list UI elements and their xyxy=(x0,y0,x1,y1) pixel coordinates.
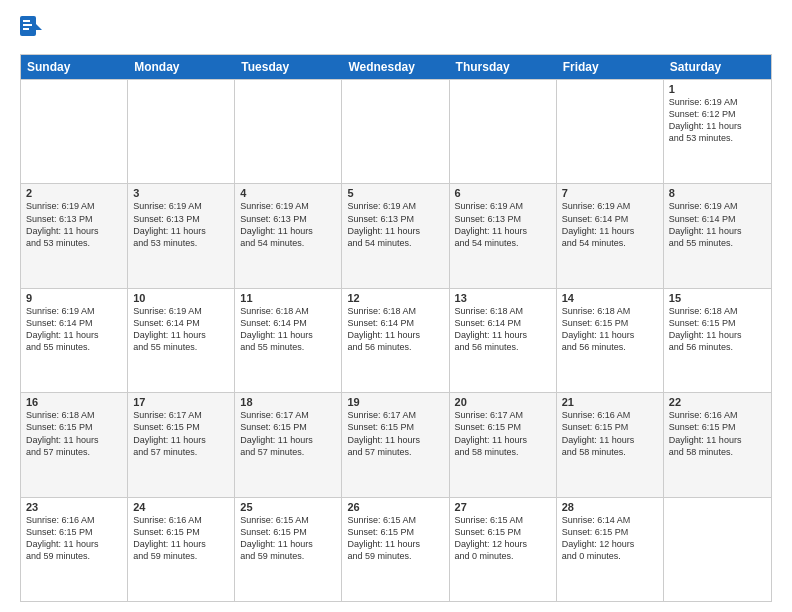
day-number: 11 xyxy=(240,292,336,304)
header-cell-wednesday: Wednesday xyxy=(342,55,449,79)
calendar-cell-r4-c1: 24Sunrise: 6:16 AM Sunset: 6:15 PM Dayli… xyxy=(128,498,235,601)
day-info: Sunrise: 6:19 AM Sunset: 6:14 PM Dayligh… xyxy=(669,200,766,249)
header-cell-sunday: Sunday xyxy=(21,55,128,79)
day-number: 12 xyxy=(347,292,443,304)
day-number: 1 xyxy=(669,83,766,95)
day-info: Sunrise: 6:19 AM Sunset: 6:13 PM Dayligh… xyxy=(455,200,551,249)
calendar-cell-r0-c1 xyxy=(128,80,235,183)
calendar-cell-r1-c5: 7Sunrise: 6:19 AM Sunset: 6:14 PM Daylig… xyxy=(557,184,664,287)
calendar-cell-r0-c4 xyxy=(450,80,557,183)
day-info: Sunrise: 6:18 AM Sunset: 6:14 PM Dayligh… xyxy=(455,305,551,354)
day-info: Sunrise: 6:16 AM Sunset: 6:15 PM Dayligh… xyxy=(133,514,229,563)
calendar-row-0: 1Sunrise: 6:19 AM Sunset: 6:12 PM Daylig… xyxy=(21,79,771,183)
header-cell-friday: Friday xyxy=(557,55,664,79)
logo xyxy=(20,16,42,46)
header xyxy=(20,16,772,46)
calendar-row-2: 9Sunrise: 6:19 AM Sunset: 6:14 PM Daylig… xyxy=(21,288,771,392)
day-number: 26 xyxy=(347,501,443,513)
day-number: 13 xyxy=(455,292,551,304)
calendar-cell-r1-c0: 2Sunrise: 6:19 AM Sunset: 6:13 PM Daylig… xyxy=(21,184,128,287)
calendar-cell-r2-c1: 10Sunrise: 6:19 AM Sunset: 6:14 PM Dayli… xyxy=(128,289,235,392)
calendar-cell-r3-c3: 19Sunrise: 6:17 AM Sunset: 6:15 PM Dayli… xyxy=(342,393,449,496)
day-info: Sunrise: 6:17 AM Sunset: 6:15 PM Dayligh… xyxy=(133,409,229,458)
day-info: Sunrise: 6:15 AM Sunset: 6:15 PM Dayligh… xyxy=(455,514,551,563)
header-cell-monday: Monday xyxy=(128,55,235,79)
calendar-cell-r0-c6: 1Sunrise: 6:19 AM Sunset: 6:12 PM Daylig… xyxy=(664,80,771,183)
calendar-cell-r0-c3 xyxy=(342,80,449,183)
calendar-cell-r4-c0: 23Sunrise: 6:16 AM Sunset: 6:15 PM Dayli… xyxy=(21,498,128,601)
day-number: 24 xyxy=(133,501,229,513)
day-info: Sunrise: 6:15 AM Sunset: 6:15 PM Dayligh… xyxy=(240,514,336,563)
svg-rect-4 xyxy=(23,28,29,30)
day-info: Sunrise: 6:19 AM Sunset: 6:14 PM Dayligh… xyxy=(562,200,658,249)
day-info: Sunrise: 6:18 AM Sunset: 6:15 PM Dayligh… xyxy=(562,305,658,354)
header-cell-saturday: Saturday xyxy=(664,55,771,79)
day-number: 7 xyxy=(562,187,658,199)
day-info: Sunrise: 6:14 AM Sunset: 6:15 PM Dayligh… xyxy=(562,514,658,563)
header-cell-tuesday: Tuesday xyxy=(235,55,342,79)
day-info: Sunrise: 6:19 AM Sunset: 6:13 PM Dayligh… xyxy=(133,200,229,249)
day-number: 9 xyxy=(26,292,122,304)
day-number: 28 xyxy=(562,501,658,513)
calendar-cell-r0-c0 xyxy=(21,80,128,183)
day-info: Sunrise: 6:18 AM Sunset: 6:15 PM Dayligh… xyxy=(26,409,122,458)
day-number: 4 xyxy=(240,187,336,199)
svg-rect-3 xyxy=(23,24,32,26)
day-number: 22 xyxy=(669,396,766,408)
calendar-cell-r3-c0: 16Sunrise: 6:18 AM Sunset: 6:15 PM Dayli… xyxy=(21,393,128,496)
day-number: 27 xyxy=(455,501,551,513)
calendar-row-4: 23Sunrise: 6:16 AM Sunset: 6:15 PM Dayli… xyxy=(21,497,771,601)
day-info: Sunrise: 6:19 AM Sunset: 6:14 PM Dayligh… xyxy=(26,305,122,354)
day-info: Sunrise: 6:18 AM Sunset: 6:15 PM Dayligh… xyxy=(669,305,766,354)
calendar-row-3: 16Sunrise: 6:18 AM Sunset: 6:15 PM Dayli… xyxy=(21,392,771,496)
calendar-cell-r0-c2 xyxy=(235,80,342,183)
day-number: 10 xyxy=(133,292,229,304)
calendar-cell-r1-c3: 5Sunrise: 6:19 AM Sunset: 6:13 PM Daylig… xyxy=(342,184,449,287)
calendar-cell-r1-c1: 3Sunrise: 6:19 AM Sunset: 6:13 PM Daylig… xyxy=(128,184,235,287)
calendar-cell-r3-c5: 21Sunrise: 6:16 AM Sunset: 6:15 PM Dayli… xyxy=(557,393,664,496)
calendar-cell-r3-c1: 17Sunrise: 6:17 AM Sunset: 6:15 PM Dayli… xyxy=(128,393,235,496)
day-number: 15 xyxy=(669,292,766,304)
calendar-cell-r4-c4: 27Sunrise: 6:15 AM Sunset: 6:15 PM Dayli… xyxy=(450,498,557,601)
calendar-cell-r2-c3: 12Sunrise: 6:18 AM Sunset: 6:14 PM Dayli… xyxy=(342,289,449,392)
day-info: Sunrise: 6:19 AM Sunset: 6:13 PM Dayligh… xyxy=(240,200,336,249)
day-info: Sunrise: 6:19 AM Sunset: 6:13 PM Dayligh… xyxy=(347,200,443,249)
day-number: 16 xyxy=(26,396,122,408)
calendar-cell-r2-c2: 11Sunrise: 6:18 AM Sunset: 6:14 PM Dayli… xyxy=(235,289,342,392)
calendar-cell-r4-c6 xyxy=(664,498,771,601)
calendar-cell-r3-c4: 20Sunrise: 6:17 AM Sunset: 6:15 PM Dayli… xyxy=(450,393,557,496)
day-info: Sunrise: 6:18 AM Sunset: 6:14 PM Dayligh… xyxy=(240,305,336,354)
calendar-header-row: SundayMondayTuesdayWednesdayThursdayFrid… xyxy=(21,55,771,79)
day-info: Sunrise: 6:19 AM Sunset: 6:12 PM Dayligh… xyxy=(669,96,766,145)
day-number: 21 xyxy=(562,396,658,408)
day-number: 8 xyxy=(669,187,766,199)
calendar-cell-r4-c5: 28Sunrise: 6:14 AM Sunset: 6:15 PM Dayli… xyxy=(557,498,664,601)
calendar-cell-r2-c6: 15Sunrise: 6:18 AM Sunset: 6:15 PM Dayli… xyxy=(664,289,771,392)
calendar-cell-r1-c2: 4Sunrise: 6:19 AM Sunset: 6:13 PM Daylig… xyxy=(235,184,342,287)
day-number: 25 xyxy=(240,501,336,513)
calendar-cell-r2-c5: 14Sunrise: 6:18 AM Sunset: 6:15 PM Dayli… xyxy=(557,289,664,392)
day-info: Sunrise: 6:19 AM Sunset: 6:14 PM Dayligh… xyxy=(133,305,229,354)
day-info: Sunrise: 6:15 AM Sunset: 6:15 PM Dayligh… xyxy=(347,514,443,563)
svg-marker-1 xyxy=(36,24,42,30)
logo-icon xyxy=(20,16,42,46)
svg-rect-2 xyxy=(23,20,30,22)
day-info: Sunrise: 6:17 AM Sunset: 6:15 PM Dayligh… xyxy=(455,409,551,458)
day-number: 23 xyxy=(26,501,122,513)
calendar-cell-r3-c2: 18Sunrise: 6:17 AM Sunset: 6:15 PM Dayli… xyxy=(235,393,342,496)
day-info: Sunrise: 6:19 AM Sunset: 6:13 PM Dayligh… xyxy=(26,200,122,249)
day-number: 20 xyxy=(455,396,551,408)
day-number: 6 xyxy=(455,187,551,199)
calendar-cell-r3-c6: 22Sunrise: 6:16 AM Sunset: 6:15 PM Dayli… xyxy=(664,393,771,496)
day-number: 14 xyxy=(562,292,658,304)
calendar-cell-r1-c6: 8Sunrise: 6:19 AM Sunset: 6:14 PM Daylig… xyxy=(664,184,771,287)
day-info: Sunrise: 6:16 AM Sunset: 6:15 PM Dayligh… xyxy=(562,409,658,458)
calendar-cell-r2-c4: 13Sunrise: 6:18 AM Sunset: 6:14 PM Dayli… xyxy=(450,289,557,392)
header-cell-thursday: Thursday xyxy=(450,55,557,79)
day-number: 19 xyxy=(347,396,443,408)
day-info: Sunrise: 6:18 AM Sunset: 6:14 PM Dayligh… xyxy=(347,305,443,354)
calendar-body: 1Sunrise: 6:19 AM Sunset: 6:12 PM Daylig… xyxy=(21,79,771,601)
calendar-cell-r4-c2: 25Sunrise: 6:15 AM Sunset: 6:15 PM Dayli… xyxy=(235,498,342,601)
day-number: 17 xyxy=(133,396,229,408)
day-number: 2 xyxy=(26,187,122,199)
